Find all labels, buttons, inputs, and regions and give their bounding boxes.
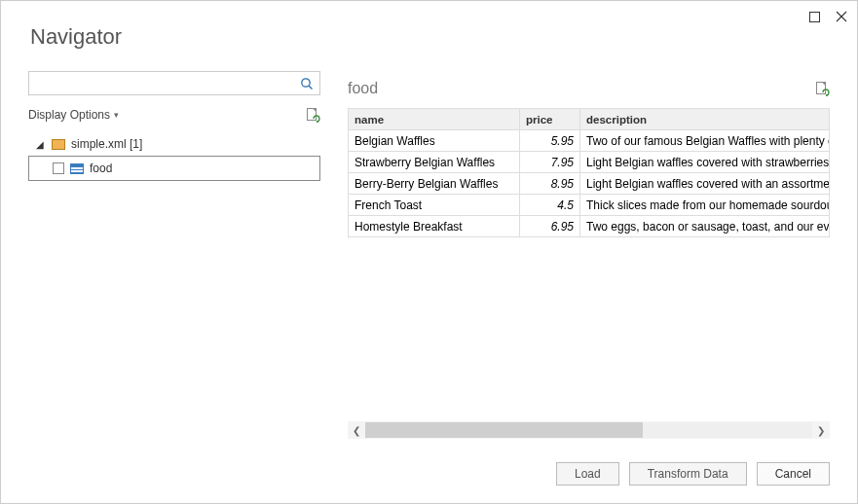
- tree-checkbox[interactable]: [53, 162, 64, 174]
- dialog-title: Navigator: [30, 24, 122, 50]
- table-row[interactable]: Strawberry Belgian Waffles7.95Light Belg…: [349, 152, 830, 173]
- tree-root-item[interactable]: ◢ simple.xml [1]: [28, 132, 320, 156]
- svg-point-3: [302, 78, 310, 86]
- close-button[interactable]: [830, 5, 853, 28]
- cell-description: Light Belgian waffles covered with an as…: [580, 173, 830, 195]
- left-pane: Display Options ▾ ◢ simple.xml [1] food: [28, 71, 320, 181]
- cell-description: Two of our famous Belgian Waffles with p…: [580, 130, 830, 152]
- maximize-icon: [809, 12, 820, 22]
- cell-price: 6.95: [520, 216, 580, 237]
- scroll-track[interactable]: [365, 422, 812, 438]
- display-options-label: Display Options: [28, 108, 110, 122]
- col-header-price[interactable]: price: [520, 109, 580, 130]
- scroll-right-button[interactable]: ❯: [812, 421, 830, 439]
- cell-name: Belgian Waffles: [349, 130, 520, 152]
- right-pane: food name price description Belgian Waff…: [348, 75, 830, 439]
- cell-price: 7.95: [520, 152, 580, 173]
- table-row[interactable]: Belgian Waffles5.95Two of our famous Bel…: [349, 130, 830, 152]
- folder-icon: [52, 139, 65, 150]
- svg-rect-0: [809, 12, 819, 21]
- col-header-description[interactable]: description: [580, 109, 830, 130]
- maximize-button[interactable]: [802, 5, 826, 28]
- cell-description: Thick slices made from our homemade sour…: [580, 195, 830, 216]
- cell-name: Strawberry Belgian Waffles: [349, 152, 520, 173]
- cell-description: Light Belgian waffles covered with straw…: [580, 152, 830, 173]
- transform-data-button[interactable]: Transform Data: [629, 462, 747, 486]
- document-refresh-icon: [814, 81, 830, 96]
- chevron-down-icon: ▾: [114, 110, 119, 120]
- cell-price: 4.5: [520, 195, 580, 216]
- table-row[interactable]: Berry-Berry Belgian Waffles8.95Light Bel…: [349, 173, 830, 195]
- search-input[interactable]: [29, 72, 294, 94]
- preview-title: food: [348, 80, 378, 97]
- expander-icon[interactable]: ◢: [36, 139, 46, 150]
- cell-name: Homestyle Breakfast: [349, 216, 520, 237]
- table-row[interactable]: French Toast4.5Thick slices made from ou…: [349, 195, 830, 216]
- nav-tree: ◢ simple.xml [1] food: [28, 132, 320, 181]
- horizontal-scrollbar[interactable]: ❮ ❯: [348, 421, 830, 439]
- cell-price: 5.95: [520, 130, 580, 152]
- refresh-button[interactable]: [305, 107, 320, 123]
- cell-description: Two eggs, bacon or sausage, toast, and o…: [580, 216, 830, 237]
- table-header-row: name price description: [349, 109, 830, 130]
- button-row: Load Transform Data Cancel: [556, 462, 830, 486]
- search-icon: [300, 77, 314, 90]
- preview-table: name price description Belgian Waffles5.…: [348, 108, 830, 237]
- cell-name: Berry-Berry Belgian Waffles: [349, 173, 520, 195]
- tree-child-item[interactable]: food: [28, 156, 320, 181]
- scroll-thumb[interactable]: [365, 422, 643, 438]
- tree-child-label: food: [90, 162, 112, 175]
- scroll-left-button[interactable]: ❮: [348, 421, 365, 439]
- cell-name: French Toast: [349, 195, 520, 216]
- search-button[interactable]: [294, 72, 319, 94]
- search-row: [28, 71, 320, 95]
- svg-line-4: [309, 86, 312, 89]
- load-button[interactable]: Load: [556, 462, 619, 486]
- preview-refresh-button[interactable]: [814, 81, 830, 96]
- tree-root-label: simple.xml [1]: [71, 137, 142, 151]
- document-refresh-icon: [305, 107, 320, 123]
- display-options-dropdown[interactable]: Display Options ▾: [28, 108, 119, 122]
- display-options-row: Display Options ▾: [28, 101, 320, 128]
- table-row[interactable]: Homestyle Breakfast6.95Two eggs, bacon o…: [349, 216, 830, 237]
- cancel-button[interactable]: Cancel: [757, 462, 830, 486]
- cell-price: 8.95: [520, 173, 580, 195]
- close-icon: [836, 11, 847, 22]
- col-header-name[interactable]: name: [349, 109, 520, 130]
- table-icon: [70, 163, 84, 174]
